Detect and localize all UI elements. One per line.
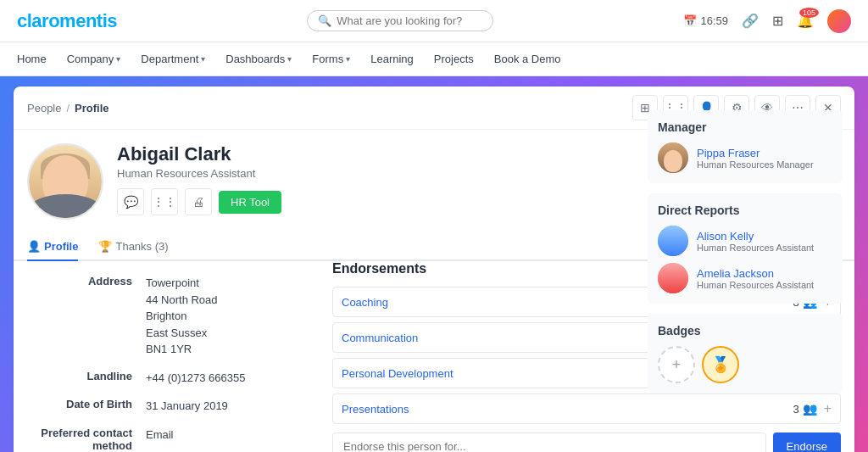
detail-row-contact: Preferred contact method Email — [27, 427, 305, 452]
address-label: Address — [27, 275, 146, 287]
report-avatar-amelia — [658, 263, 688, 293]
navbar: claromentis 🔍 📅 16:59 🔗 ⊞ 🔔 105 — [0, 0, 868, 42]
navbar-center: 🔍 — [307, 10, 493, 31]
link-icon[interactable]: 🔗 — [742, 13, 759, 29]
detail-row-address: Address Towerpoint44 North RoadBrightonE… — [27, 275, 305, 358]
hr-tool-btn[interactable]: HR Tool — [219, 191, 281, 214]
badges-section-title: Badges — [658, 324, 832, 338]
dob-label: Date of Birth — [27, 398, 146, 410]
trophy-icon: 🏆 — [98, 240, 112, 253]
landline-label: Landline — [27, 370, 146, 382]
report-amelia-name[interactable]: Amelia Jackson — [697, 267, 814, 280]
badges-section: Badges + 🏅 — [648, 314, 843, 393]
calendar-icon: 📅 — [683, 14, 697, 27]
endorsement-count-presentations: 3 👥 — [793, 402, 816, 416]
report-alison-role: Human Resources Assistant — [697, 243, 814, 253]
people-icon: 👥 — [803, 402, 817, 416]
print-btn[interactable]: 🖨 — [185, 188, 212, 215]
endorse-input[interactable] — [332, 432, 766, 452]
add-badge-btn[interactable]: + — [658, 346, 695, 383]
landline-value: +44 (0)1273 666355 — [146, 370, 245, 387]
org-chart-btn[interactable]: ⋮⋮ — [151, 188, 178, 215]
endorsement-name-presentations[interactable]: Presentations — [342, 403, 793, 416]
report-amelia-role: Human Resources Assistant — [697, 280, 814, 290]
manager-info: Pippa Fraser Human Resources Manager — [697, 147, 814, 170]
person-icon: 👤 — [27, 240, 41, 253]
grid-icon[interactable]: ⊞ — [772, 13, 783, 29]
tab-thanks[interactable]: 🏆 Thanks (3) — [98, 233, 168, 261]
navbar-time: 📅 16:59 — [683, 14, 728, 27]
manager-section-title: Manager — [658, 120, 832, 134]
nav-book-demo[interactable]: Book a Demo — [494, 53, 561, 65]
report-amelia-info: Amelia Jackson Human Resources Assistant — [697, 267, 814, 290]
details-section: Address Towerpoint44 North RoadBrightonE… — [14, 261, 319, 452]
endorse-button[interactable]: Endorse — [773, 432, 841, 452]
user-avatar[interactable] — [827, 9, 851, 33]
nav-home[interactable]: Home — [17, 53, 47, 65]
address-value: Towerpoint44 North RoadBrightonEast Suss… — [146, 275, 218, 358]
report-alison-info: Alison Kelly Human Resources Assistant — [697, 230, 814, 253]
logo[interactable]: claromentis — [17, 10, 117, 32]
dob-value: 31 January 2019 — [146, 398, 228, 415]
report-alison-name[interactable]: Alison Kelly — [697, 230, 814, 243]
manager-section: Manager Pippa Fraser Human Resources Man… — [648, 110, 843, 183]
avatar-image — [29, 143, 102, 220]
manager-avatar — [658, 142, 688, 173]
breadcrumb-parent[interactable]: People — [27, 102, 61, 114]
nav-learning[interactable]: Learning — [370, 53, 414, 65]
search-icon: 🔍 — [318, 14, 331, 27]
report-list: Alison Kelly Human Resources Assistant A… — [658, 226, 832, 293]
report-alison: Alison Kelly Human Resources Assistant — [658, 226, 832, 256]
chevron-down-icon: ▾ — [287, 54, 292, 64]
chevron-down-icon: ▾ — [116, 54, 120, 64]
nav-dashboards[interactable]: Dashboards ▾ — [225, 53, 292, 65]
nav-company[interactable]: Company ▾ — [67, 53, 121, 65]
direct-reports-section: Direct Reports Alison Kelly Human Resour… — [648, 193, 843, 304]
message-btn[interactable]: 💬 — [117, 188, 144, 215]
left-details: Address Towerpoint44 North RoadBrightonE… — [14, 261, 319, 452]
manager-role: Human Resources Manager — [697, 159, 814, 170]
chevron-down-icon: ▾ — [201, 54, 205, 64]
nav-forms[interactable]: Forms ▾ — [312, 53, 350, 65]
nav-department[interactable]: Department ▾ — [141, 53, 205, 65]
detail-row-dob: Date of Birth 31 January 2019 — [27, 398, 305, 415]
manager-name[interactable]: Pippa Fraser — [697, 147, 814, 159]
chevron-down-icon: ▾ — [346, 54, 350, 64]
nav-projects[interactable]: Projects — [434, 53, 474, 65]
endorse-input-row: Endorse — [332, 432, 841, 452]
search-input[interactable] — [337, 14, 482, 27]
breadcrumb: People / Profile — [27, 102, 109, 114]
breadcrumb-separator: / — [66, 102, 70, 114]
direct-reports-title: Direct Reports — [658, 204, 832, 217]
secondary-nav: Home Company ▾ Department ▾ Dashboards ▾… — [0, 42, 868, 76]
right-sidebar-panel: Manager Pippa Fraser Human Resources Man… — [648, 110, 843, 404]
tab-profile[interactable]: 👤 Profile — [27, 233, 78, 261]
contact-value: Email — [146, 427, 174, 444]
search-bar[interactable]: 🔍 — [307, 10, 493, 31]
profile-avatar — [27, 143, 103, 220]
report-avatar-alison — [658, 226, 688, 256]
notification-badge: 105 — [799, 8, 819, 18]
detail-row-landline: Landline +44 (0)1273 666355 — [27, 370, 305, 387]
badge-item: + 🏅 — [658, 346, 832, 383]
award-badge[interactable]: 🏅 — [702, 346, 739, 383]
report-amelia: Amelia Jackson Human Resources Assistant — [658, 263, 832, 293]
navbar-right: 📅 16:59 🔗 ⊞ 🔔 105 — [683, 9, 851, 33]
breadcrumb-current: Profile — [75, 102, 108, 114]
notification-icon[interactable]: 🔔 105 — [797, 13, 814, 29]
contact-label: Preferred contact method — [27, 427, 146, 452]
manager-card: Pippa Fraser Human Resources Manager — [658, 142, 832, 173]
